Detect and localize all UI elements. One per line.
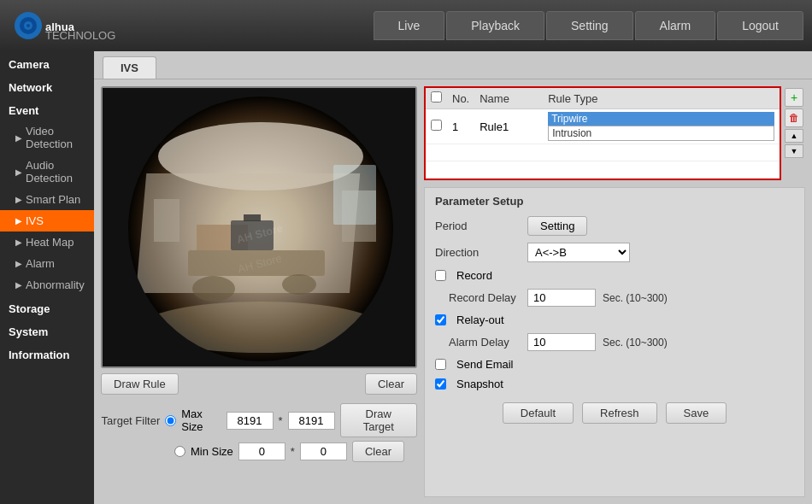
sidebar-item-smart-plan[interactable]: ▶ Smart Plan xyxy=(0,189,94,210)
separator: * xyxy=(279,414,283,427)
rules-table-container: No. Name Rule Type 1 Rule1 xyxy=(424,86,781,180)
row-type-cell: Tripwire Intrusion xyxy=(543,109,780,144)
rule-type-dropdown[interactable]: Tripwire Intrusion xyxy=(548,112,774,141)
period-setting-button[interactable]: Setting xyxy=(527,216,587,236)
arrow-icon: ▶ xyxy=(15,237,22,247)
row-check-cell xyxy=(426,109,447,144)
param-setup-title: Parameter Setup xyxy=(435,195,794,208)
row-no-cell: 1 xyxy=(447,109,474,144)
snapshot-checkbox[interactable] xyxy=(435,378,446,390)
select-all-checkbox[interactable] xyxy=(431,91,442,103)
content-body: AH Store AH Store Draw Rule Clear Target… xyxy=(94,79,812,504)
clear-button-1[interactable]: Clear xyxy=(365,373,417,395)
sidebar-item-abnormality[interactable]: ▶ Abnormality xyxy=(0,274,94,296)
send-email-checkbox[interactable] xyxy=(435,359,446,370)
svg-rect-14 xyxy=(244,214,261,221)
target-filter: Target Filter Max Size * Draw Target Min… xyxy=(101,400,417,466)
record-row: Record xyxy=(435,269,794,282)
svg-point-3 xyxy=(26,24,30,27)
direction-select[interactable]: A<->B A->B B->A xyxy=(527,243,630,262)
tab-live[interactable]: Live xyxy=(374,11,445,40)
rule-type-option-intrusion[interactable]: Intrusion xyxy=(548,126,774,141)
tab-bar: IVS xyxy=(94,51,812,79)
video-controls: Draw Rule Clear xyxy=(101,373,417,395)
rules-table: No. Name Rule Type 1 Rule1 xyxy=(426,88,780,179)
empty-row-2 xyxy=(426,161,780,179)
min-height-input[interactable] xyxy=(300,442,347,460)
record-delay-label: Record Delay xyxy=(435,291,521,304)
col-header-check xyxy=(426,88,447,109)
sidebar-item-ivs[interactable]: ▶ IVS xyxy=(0,210,94,231)
col-header-type: Rule Type xyxy=(543,88,780,109)
record-label: Record xyxy=(456,269,492,282)
sidebar-item-event[interactable]: Event xyxy=(0,97,94,120)
main-layout: Camera Network Event ▶ Video Detection ▶… xyxy=(0,51,812,504)
table-row: 1 Rule1 Tripwire Intrusion xyxy=(426,109,780,144)
svg-text:TECHNOLOGY: TECHNOLOGY xyxy=(45,29,115,42)
alarm-delay-unit: Sec. (10~300) xyxy=(603,337,668,349)
sidebar-item-heat-map[interactable]: ▶ Heat Map xyxy=(0,231,94,253)
max-height-input[interactable] xyxy=(288,412,335,430)
send-email-row: Send Email xyxy=(435,358,794,371)
empty-row xyxy=(426,144,780,161)
tab-logout[interactable]: Logout xyxy=(717,11,803,40)
alarm-delay-row: Alarm Delay Sec. (10~300) xyxy=(435,333,794,351)
draw-target-button[interactable]: Draw Target xyxy=(340,403,417,437)
page-tab-ivs[interactable]: IVS xyxy=(103,56,156,79)
col-header-name: Name xyxy=(474,88,543,109)
nav-tabs: Live Playback Setting Alarm Logout xyxy=(374,11,803,40)
separator-2: * xyxy=(291,445,295,458)
tab-alarm[interactable]: Alarm xyxy=(635,11,716,40)
svg-rect-18 xyxy=(154,199,179,242)
sidebar-item-alarm[interactable]: ▶ Alarm xyxy=(0,253,94,274)
min-width-input[interactable] xyxy=(238,442,285,460)
target-filter-label: Target Filter xyxy=(101,414,160,427)
svg-point-15 xyxy=(192,276,235,302)
period-label: Period xyxy=(435,220,521,232)
sidebar-item-audio-detection[interactable]: ▶ Audio Detection xyxy=(0,155,94,189)
alarm-delay-input[interactable] xyxy=(527,333,596,351)
scroll-up-button[interactable]: ▲ xyxy=(785,129,803,143)
video-container: AH Store AH Store xyxy=(101,86,417,368)
sidebar-item-video-detection[interactable]: ▶ Video Detection xyxy=(0,120,94,155)
right-panel: No. Name Rule Type 1 Rule1 xyxy=(424,86,805,497)
relay-out-checkbox[interactable] xyxy=(435,314,446,325)
snapshot-row: Snapshot xyxy=(435,378,794,390)
clear-button-2[interactable]: Clear xyxy=(352,441,404,462)
refresh-button[interactable]: Refresh xyxy=(582,402,657,424)
video-section: AH Store AH Store Draw Rule Clear Target… xyxy=(101,86,417,497)
record-delay-input[interactable] xyxy=(527,289,596,307)
action-buttons: Default Refresh Save xyxy=(435,397,794,429)
alarm-delay-label: Alarm Delay xyxy=(435,336,521,349)
sidebar-item-storage[interactable]: Storage xyxy=(0,296,94,319)
max-width-input[interactable] xyxy=(227,412,274,430)
record-delay-row: Record Delay Sec. (10~300) xyxy=(435,289,794,307)
tab-playback[interactable]: Playback xyxy=(446,11,544,40)
record-delay-unit: Sec. (10~300) xyxy=(603,292,668,304)
record-checkbox[interactable] xyxy=(435,270,446,281)
max-size-radio[interactable] xyxy=(165,415,176,426)
scroll-down-button[interactable]: ▼ xyxy=(785,144,803,158)
add-rule-button[interactable]: + xyxy=(785,88,803,107)
rule-type-selected: Tripwire xyxy=(548,112,774,126)
max-size-label: Max Size xyxy=(181,407,221,433)
min-size-radio[interactable] xyxy=(174,446,185,457)
delete-rule-button[interactable]: 🗑 xyxy=(785,108,803,127)
filter-row-min: Min Size * Clear xyxy=(101,441,417,462)
period-row: Period Setting xyxy=(435,216,794,236)
sidebar-item-camera[interactable]: Camera xyxy=(0,51,94,74)
sidebar-item-network[interactable]: Network xyxy=(0,74,94,97)
send-email-label: Send Email xyxy=(456,358,513,371)
content: IVS xyxy=(94,51,812,504)
filter-row-max: Target Filter Max Size * Draw Target xyxy=(101,403,417,437)
default-button[interactable]: Default xyxy=(503,402,574,424)
sidebar-item-system[interactable]: System xyxy=(0,319,94,342)
sidebar-item-information[interactable]: Information xyxy=(0,342,94,365)
snapshot-label: Snapshot xyxy=(456,378,503,390)
save-button[interactable]: Save xyxy=(666,402,727,424)
row-checkbox[interactable] xyxy=(431,120,442,131)
relay-label: Relay-out xyxy=(456,314,504,326)
tab-setting[interactable]: Setting xyxy=(546,11,633,40)
arrow-icon: ▶ xyxy=(15,167,22,177)
draw-rule-button[interactable]: Draw Rule xyxy=(101,373,179,395)
